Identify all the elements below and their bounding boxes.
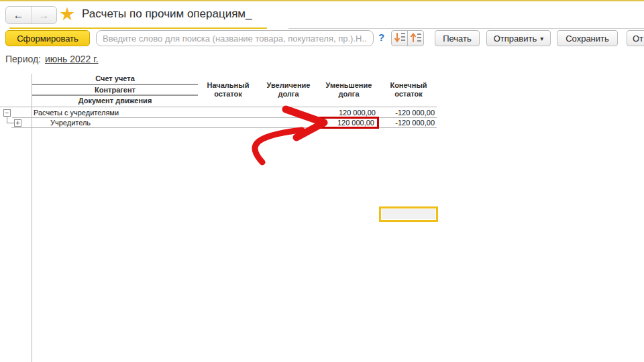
column-header-debt-decrease: Уменьшение долга: [320, 81, 378, 99]
page-title: Расчеты по прочим операциям_: [82, 7, 252, 21]
search-input[interactable]: [96, 30, 374, 46]
column-header-debt-increase: Увеличение долга: [260, 81, 317, 99]
app-window: { "titlebar": { "back_icon": "←", "forwa…: [0, 0, 644, 362]
row-header-account: Счет учета: [32, 74, 198, 83]
help-icon[interactable]: ?: [378, 32, 384, 43]
annotation-arrow-icon: [235, 101, 342, 174]
header-gridline: [32, 95, 198, 96]
send-button[interactable]: Отправить ▾: [486, 30, 551, 46]
clipped-right-button[interactable]: От: [627, 30, 644, 46]
period-value-link[interactable]: июнь 2022 г.: [45, 54, 99, 64]
tree-connector-line: [7, 123, 14, 123]
table-row-group-name[interactable]: Расчеты с учредителями: [34, 109, 119, 117]
row-header-counterparty: Контрагент: [32, 86, 198, 95]
titlebar-divider: [288, 28, 644, 29]
collapse-groups-icon: [409, 32, 423, 46]
generate-report-button[interactable]: Сформировать: [5, 30, 90, 46]
collapse-groups-button[interactable]: [407, 30, 424, 46]
period-label: Период:: [5, 54, 41, 64]
expand-group-toggle[interactable]: +: [14, 119, 21, 127]
print-button[interactable]: Печать: [435, 30, 480, 46]
column-header-closing-balance: Конечный остаток: [380, 81, 437, 99]
expand-groups-icon: [393, 32, 407, 46]
back-arrow-icon: ←: [13, 9, 24, 21]
active-tab-underline: [9, 27, 267, 29]
history-nav-group: ← →: [5, 6, 57, 24]
forward-button[interactable]: →: [32, 7, 56, 23]
collapse-group-toggle[interactable]: −: [3, 109, 11, 117]
send-button-label: Отправить: [494, 34, 537, 44]
row-gridline: [0, 107, 437, 107]
expand-groups-button[interactable]: [391, 30, 408, 46]
selected-cell-box: [379, 206, 438, 222]
forward-arrow-icon: →: [39, 9, 50, 21]
window-top-accent: [0, 0, 644, 1]
header-gridline: [32, 84, 198, 85]
back-button[interactable]: ←: [6, 7, 32, 23]
row-header-document: Документ движения: [32, 97, 198, 105]
save-button[interactable]: Сохранить: [557, 30, 618, 46]
table-row-group-name[interactable]: Учредитель: [50, 119, 91, 127]
chevron-down-icon: ▾: [540, 35, 543, 42]
favorite-star-icon[interactable]: ★: [59, 4, 75, 24]
column-header-opening-balance: Начальный остаток: [199, 81, 257, 99]
cell-closing-balance[interactable]: -120 000,00: [356, 109, 435, 117]
